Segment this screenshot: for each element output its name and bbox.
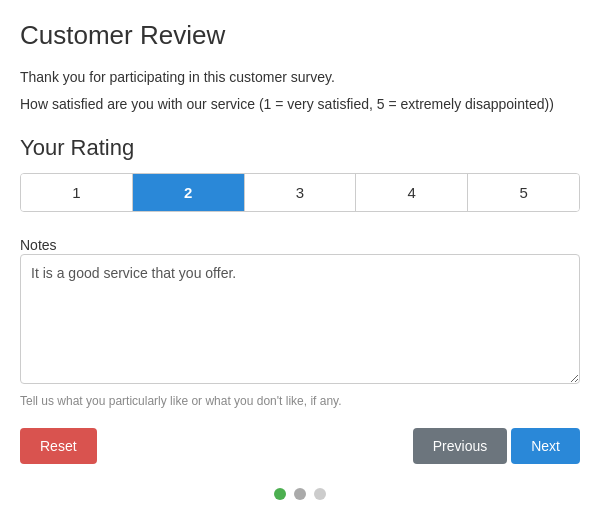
dot-1 <box>274 488 286 500</box>
dot-2 <box>294 488 306 500</box>
notes-textarea[interactable] <box>20 254 580 384</box>
nav-buttons: Previous Next <box>413 428 580 464</box>
rating-button-group: 1 2 3 4 5 <box>20 173 580 212</box>
rating-btn-4[interactable]: 4 <box>356 174 468 211</box>
next-button[interactable]: Next <box>511 428 580 464</box>
pagination-dots <box>20 488 580 500</box>
survey-scale-info: How satisfied are you with our service (… <box>20 94 580 115</box>
survey-description: Thank you for participating in this cust… <box>20 67 580 88</box>
rating-btn-2[interactable]: 2 <box>133 174 245 211</box>
rating-btn-3[interactable]: 3 <box>245 174 357 211</box>
notes-label: Notes <box>20 237 57 253</box>
notes-section: Notes Tell us what you particularly like… <box>20 236 580 408</box>
dot-3 <box>314 488 326 500</box>
reset-button[interactable]: Reset <box>20 428 97 464</box>
notes-hint: Tell us what you particularly like or wh… <box>20 394 580 408</box>
rating-title: Your Rating <box>20 135 580 161</box>
rating-btn-5[interactable]: 5 <box>468 174 579 211</box>
page-title: Customer Review <box>20 20 580 51</box>
footer-row: Reset Previous Next <box>20 428 580 464</box>
rating-btn-1[interactable]: 1 <box>21 174 133 211</box>
previous-button[interactable]: Previous <box>413 428 507 464</box>
